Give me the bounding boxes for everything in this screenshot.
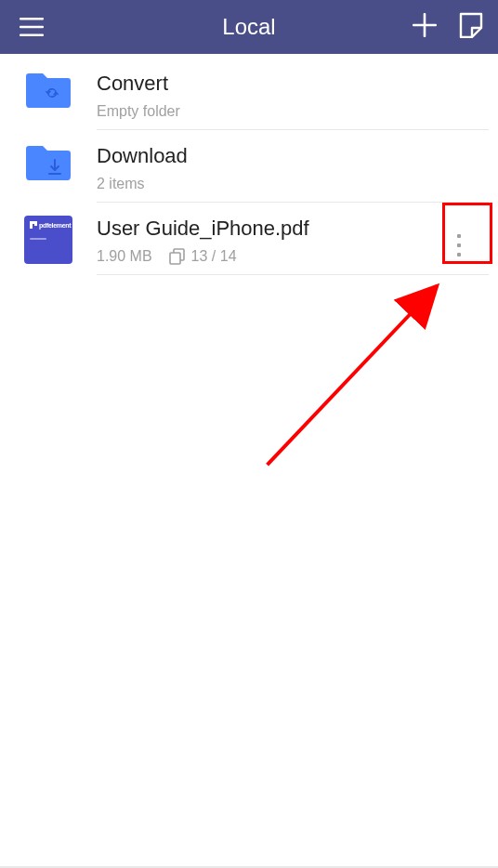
app-logo-icon — [30, 221, 37, 229]
hamburger-icon — [20, 18, 44, 36]
svg-rect-0 — [20, 18, 44, 20]
item-subtitle: Empty folder — [97, 103, 180, 120]
thumb-label: pdfelement — [39, 222, 71, 229]
add-button[interactable] — [413, 13, 437, 41]
item-text: Download 2 items — [74, 143, 485, 192]
list-item[interactable]: Convert Empty folder — [0, 58, 498, 130]
svg-rect-4 — [413, 24, 437, 27]
note-edit-icon — [459, 12, 483, 38]
item-subtitle: 2 items — [97, 176, 145, 192]
item-name: Convert — [97, 71, 485, 98]
more-options-button[interactable] — [444, 225, 474, 266]
item-text: Convert Empty folder — [74, 71, 485, 120]
item-name: User Guide_iPhone.pdf — [97, 216, 433, 243]
svg-rect-11 — [170, 253, 180, 264]
list-item[interactable]: Download 2 items — [0, 130, 498, 203]
file-list: Convert Empty folder Download — [0, 54, 498, 275]
note-button[interactable] — [459, 12, 483, 42]
svg-line-12 — [268, 286, 438, 466]
folder-icon — [22, 143, 74, 195]
page-title: Local — [222, 14, 275, 40]
svg-rect-1 — [20, 26, 44, 29]
menu-button[interactable] — [15, 10, 48, 44]
annotation-arrow — [260, 260, 446, 470]
pages-icon — [169, 248, 186, 265]
file-thumbnail: pdfelement — [22, 216, 74, 268]
plus-icon — [413, 13, 437, 37]
header-actions — [413, 12, 483, 42]
folder-icon — [22, 71, 74, 123]
list-item[interactable]: pdfelement User Guide_iPhone.pdf 1.90 MB… — [0, 203, 498, 275]
file-size: 1.90 MB — [97, 248, 152, 265]
app-header: Local — [0, 0, 498, 54]
pages-info: 13 / 14 — [169, 248, 237, 265]
page-count: 13 / 14 — [191, 248, 237, 265]
svg-rect-2 — [20, 33, 44, 36]
item-name: Download — [97, 143, 485, 170]
svg-rect-9 — [34, 221, 37, 226]
item-text: User Guide_iPhone.pdf 1.90 MB 13 / 14 — [74, 216, 433, 265]
